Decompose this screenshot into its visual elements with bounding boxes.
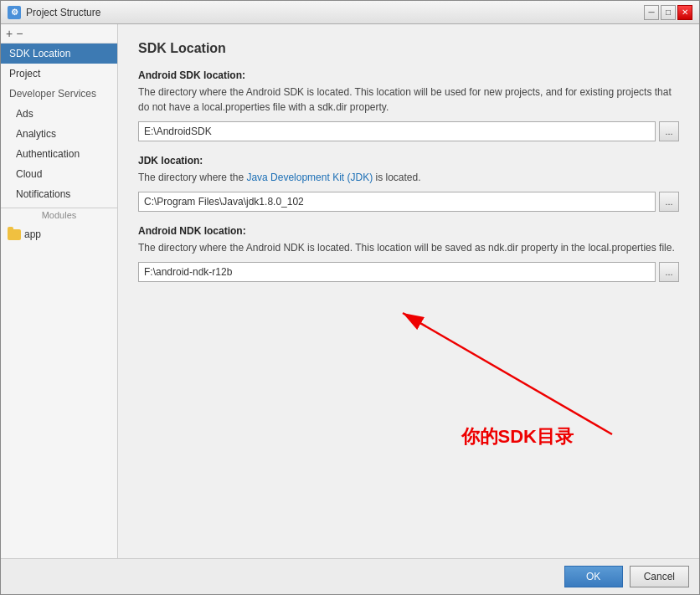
android-sdk-input[interactable] (138, 121, 656, 141)
jdk-browse-button[interactable]: ... (659, 192, 679, 212)
android-sdk-title: Android SDK location: (138, 69, 679, 81)
folder-icon (8, 229, 21, 240)
jdk-input-row: ... (138, 192, 679, 212)
sidebar-item-analytics[interactable]: Analytics (1, 124, 117, 144)
page-title: SDK Location (138, 41, 679, 56)
close-button[interactable]: ✕ (677, 5, 692, 20)
sidebar-item-cloud[interactable]: Cloud (1, 164, 117, 184)
android-ndk-description: The directory where the Android NDK is l… (138, 240, 679, 255)
android-ndk-input[interactable] (138, 262, 656, 282)
sidebar-item-notifications[interactable]: Notifications (1, 184, 117, 204)
android-ndk-browse-button[interactable]: ... (659, 262, 679, 282)
sidebar: + − SDK Location Project Developer Servi… (1, 24, 118, 558)
restore-button[interactable]: □ (661, 5, 676, 20)
android-ndk-input-row: ... (138, 262, 679, 282)
sidebar-item-ads[interactable]: Ads (1, 104, 117, 124)
android-sdk-browse-button[interactable]: ... (659, 121, 679, 141)
sidebar-item-developer-services: Developer Services (1, 84, 117, 104)
cancel-button[interactable]: Cancel (630, 566, 689, 587)
main-content: SDK Location Android SDK location: The d… (118, 24, 699, 558)
sidebar-item-project[interactable]: Project (1, 64, 117, 84)
content-area: + − SDK Location Project Developer Servi… (1, 24, 699, 558)
android-sdk-description: The directory where the Android SDK is l… (138, 85, 679, 115)
jdk-link[interactable]: Java Development Kit (JDK) (246, 172, 373, 183)
bottom-bar: OK Cancel (1, 558, 699, 594)
remove-button[interactable]: − (16, 28, 23, 39)
android-ndk-title: Android NDK location: (138, 225, 679, 237)
sidebar-toolbar: + − (1, 24, 117, 44)
jdk-input[interactable] (138, 192, 656, 212)
modules-divider: Modules (1, 208, 117, 222)
window-icon: ⚙ (8, 6, 21, 19)
minimize-button[interactable]: ─ (644, 5, 659, 20)
sidebar-item-authentication[interactable]: Authentication (1, 144, 117, 164)
android-sdk-input-row: ... (138, 121, 679, 141)
android-ndk-section: Android NDK location: The directory wher… (138, 225, 679, 282)
ok-button[interactable]: OK (564, 566, 623, 587)
window-title: Project Structure (26, 7, 644, 18)
title-bar: ⚙ Project Structure ─ □ ✕ (1, 1, 699, 24)
dialog-window: ⚙ Project Structure ─ □ ✕ + − SDK Locati… (0, 0, 700, 595)
sidebar-item-app[interactable]: app (1, 225, 117, 244)
sidebar-item-sdk-location[interactable]: SDK Location (1, 44, 117, 64)
main-panel: SDK Location Android SDK location: The d… (118, 24, 699, 558)
title-bar-controls: ─ □ ✕ (644, 5, 692, 20)
add-button[interactable]: + (6, 28, 13, 39)
jdk-title: JDK location: (138, 155, 679, 167)
jdk-description: The directory where the Java Development… (138, 170, 679, 185)
